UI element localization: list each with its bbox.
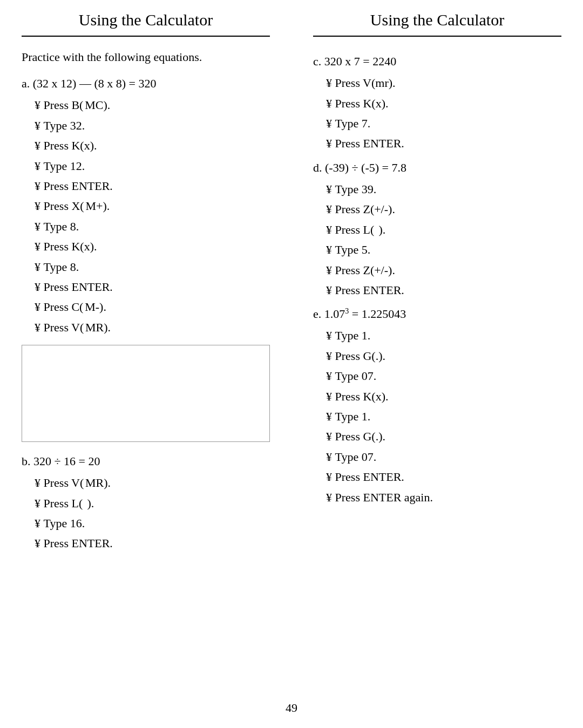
left-content: Practice with the following equations. a… [22, 47, 270, 558]
list-item: Press X( M+). [32, 196, 270, 216]
list-item: Press K(x). [32, 135, 270, 155]
right-content: c. 320 x 7 = 2240 Press V(mr). Press K(x… [313, 47, 561, 512]
left-title: Using the Calculator [22, 11, 270, 37]
list-item: Type 32. [32, 115, 270, 135]
section-e-label-prefix: e. 1.07 [313, 307, 345, 321]
list-item: Press G(.). [324, 346, 561, 366]
list-item: Press ENTER again. [324, 487, 561, 507]
section-e-steps: Type 1. Press G(.). Type 07. Press K(x).… [313, 325, 561, 507]
list-item: Type 8. [32, 257, 270, 277]
list-item: Press K(x). [32, 236, 270, 256]
list-item: Type 12. [32, 156, 270, 176]
intro-text: Practice with the following equations. [22, 47, 270, 66]
section-e-label: e. 1.073 = 1.225043 [313, 304, 561, 323]
section-c-label: c. 320 x 7 = 2240 [313, 52, 561, 71]
section-b-steps: Press V( MR). Press L( ). Type 16. Press… [22, 473, 270, 554]
section-d-steps: Type 39. Press Z(+/-). Press L( ). Type … [313, 179, 561, 300]
section-b-label: b. 320 ÷ 16 = 20 [22, 452, 270, 471]
list-item: Press V( MR). [32, 317, 270, 337]
section-e-label-suffix: = 1.225043 [349, 307, 406, 321]
list-item: Press V( MR). [32, 473, 270, 493]
list-item: Type 1. [324, 325, 561, 345]
list-item: Press L( ). [32, 493, 270, 513]
list-item: Type 1. [324, 406, 561, 426]
list-item: Type 07. [324, 447, 561, 467]
list-item: Press Z(+/-). [324, 199, 561, 219]
section-c-steps: Press V(mr). Press K(x). Type 7. Press E… [313, 73, 561, 154]
list-item: Press L( ). [324, 220, 561, 240]
list-item: Type 16. [32, 513, 270, 533]
right-title: Using the Calculator [313, 11, 561, 37]
list-item: Type 7. [324, 113, 561, 133]
section-a-steps: Press B( MC). Type 32. Press K(x). Type … [22, 95, 270, 337]
list-item: Press ENTER. [32, 533, 270, 553]
list-item: Press V(mr). [324, 73, 561, 93]
list-item: Press B( MC). [32, 95, 270, 115]
list-item: Type 39. [324, 179, 561, 199]
list-item: Press ENTER. [324, 280, 561, 300]
list-item: Type 07. [324, 366, 561, 386]
section-d-label: d. (-39) ÷ (-5) = 7.8 [313, 158, 561, 177]
list-item: Press ENTER. [324, 133, 561, 153]
section-a-label: a. (32 x 12) — (8 x 8) = 320 [22, 74, 270, 93]
list-item: Type 5. [324, 240, 561, 260]
list-item: Press ENTER. [324, 467, 561, 487]
page-number: 49 [286, 701, 297, 715]
list-item: Press G(.). [324, 426, 561, 446]
list-item: Press Z(+/-). [324, 260, 561, 280]
list-item: Press K(x). [324, 93, 561, 113]
list-item: Press ENTER. [32, 176, 270, 196]
list-item: Press C( M-). [32, 297, 270, 317]
left-column: Using the Calculator Practice with the f… [0, 0, 292, 692]
page-footer: 49 [0, 692, 583, 728]
list-item: Type 8. [32, 216, 270, 236]
right-column: Using the Calculator c. 320 x 7 = 2240 P… [292, 0, 583, 692]
list-item: Press K(x). [324, 386, 561, 406]
empty-box [22, 345, 270, 442]
list-item: Press ENTER. [32, 277, 270, 297]
